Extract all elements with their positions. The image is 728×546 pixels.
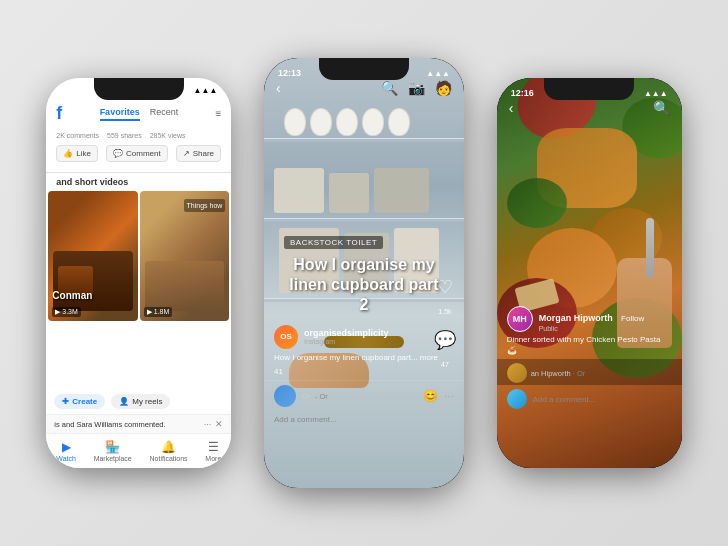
phone-tiktok: 12:13 ▲▲▲ ‹ 🔍 📷 🧑 (264, 58, 464, 488)
section-title: and short videos (46, 173, 231, 191)
fb-header: f Favorites Recent ≡ 2K comments 559 sha… (46, 99, 231, 173)
camera-icon-tt[interactable]: 📷 (408, 80, 425, 96)
add-comment-tt[interactable]: Add a comment... (264, 411, 464, 428)
status-icons-ig: ▲▲▲ (644, 89, 668, 98)
ig-avatar: MH (507, 306, 533, 332)
ig-user-row: MH Morgan Hipworth Follow Public (497, 306, 682, 335)
more-nav-icon: ☰ (208, 440, 219, 454)
time-tt: 12:13 (278, 68, 301, 78)
video-overlay-text: Things how (184, 199, 226, 212)
phone-instagram: 12:16 ▲▲▲ ‹ 🔍 MH Morgan Hipw (497, 78, 682, 468)
nav-marketplace[interactable]: 🏪 Marketplace (94, 440, 132, 462)
scene: ▲▲▲ f Favorites Recent ≡ 2K (0, 0, 728, 546)
fb-actions: 👍 Like 💬 Comment ↗ Share (56, 141, 221, 166)
fb-tab-recent[interactable]: Recent (150, 107, 179, 121)
tt-comment-actions: 😊 ··· (423, 389, 454, 403)
nav-bar-fb: ▶ Watch 🏪 Marketplace 🔔 Notifications ☰ … (46, 433, 231, 468)
tt-username[interactable]: organisedsimplicity (304, 328, 389, 338)
ig-caption: Dinner sorted with my Chicken Pesto Past… (497, 335, 682, 359)
more-icon[interactable]: ··· (204, 419, 212, 429)
fb-tabs[interactable]: Favorites Recent (100, 107, 179, 121)
filter-icon[interactable]: ≡ (215, 108, 221, 119)
tt-overlay: BACKSTOCK TOILET How I organise my linen… (264, 58, 464, 488)
ig-commenter-name: an Hipworth · Or (531, 369, 586, 378)
video-grid: Conman ▶ 3.3M Things how ▶ 1.8M (46, 191, 231, 389)
ig-follow-button[interactable]: Follow (621, 314, 644, 323)
marketplace-icon: 🏪 (105, 440, 120, 454)
nav-watch[interactable]: ▶ Watch (56, 440, 76, 462)
like-button[interactable]: 👍 Like (56, 145, 98, 162)
video-views-1: ▶ 3.3M (52, 307, 81, 317)
tt-title: How I organise my linen cupboard part 2 (264, 255, 464, 315)
add-comment-placeholder-tt[interactable]: Add a comment... (274, 415, 454, 424)
nav-more[interactable]: ☰ More (205, 440, 221, 462)
tiktok-screen: 12:13 ▲▲▲ ‹ 🔍 📷 🧑 (264, 58, 464, 488)
status-icons-fb: ▲▲▲ (194, 86, 218, 95)
like-icon: 👍 (63, 149, 73, 158)
ig-add-avatar (507, 389, 527, 409)
fb-logo: f (56, 103, 62, 124)
more-comment-icon[interactable]: ··· (444, 389, 454, 403)
ig-add-comment[interactable]: Add a comment... (497, 385, 682, 413)
emoji-icon-tt[interactable]: 🧑 (435, 80, 452, 96)
ig-comment-input[interactable]: Add a comment... (533, 395, 672, 404)
notification-row: is and Sara Williams commented. ··· ✕ (46, 414, 231, 433)
comment-icon: 💬 (113, 149, 123, 158)
tt-tag: BACKSTOCK TOILET (284, 236, 383, 249)
create-reels-row: ✚ Create 👤 My reels (46, 389, 231, 414)
share-icon: ↗ (183, 149, 190, 158)
ig-comment-row: an Hipworth · Or (497, 359, 682, 385)
video-views-2: ▶ 1.8M (144, 307, 173, 317)
ig-commenter-avatar (507, 363, 527, 383)
my-reels-button[interactable]: 👤 My reels (111, 394, 170, 409)
comment-button[interactable]: 💬 Comment (106, 145, 168, 162)
close-icon[interactable]: ✕ (215, 419, 223, 429)
video-thumb-1[interactable]: Conman ▶ 3.3M (48, 191, 138, 321)
ig-overlay: MH Morgan Hipworth Follow Public Dinner … (497, 78, 682, 468)
search-icon-ig[interactable]: 🔍 (653, 100, 670, 116)
conman-label: Conman (52, 290, 92, 301)
tt-commenter-avatar (274, 385, 296, 407)
create-button[interactable]: ✚ Create (54, 394, 105, 409)
phone-facebook: ▲▲▲ f Favorites Recent ≡ 2K (46, 78, 231, 468)
back-icon-tt[interactable]: ‹ (276, 80, 281, 96)
ig-username[interactable]: Morgan Hipworth (539, 313, 613, 323)
tt-user-row: OS organisedsimplicity Instagram (264, 325, 464, 353)
search-icon-tt[interactable]: 🔍 (381, 80, 398, 96)
tt-caption: How I organise my linen cupboard part...… (264, 353, 464, 367)
fb-stats: 2K comments 559 shares 285K views (56, 130, 221, 141)
status-bar-tt: 12:13 ▲▲▲ (264, 58, 464, 82)
emoji-reaction-icon[interactable]: 😊 (423, 389, 438, 403)
create-icon: ✚ (62, 397, 69, 406)
ig-visibility: Public (539, 325, 672, 332)
facebook-screen: ▲▲▲ f Favorites Recent ≡ 2K (46, 78, 231, 468)
tt-commenter-name: Or (302, 392, 311, 401)
tt-replies: 41 (264, 367, 464, 380)
status-bar-ig: 12:16 ▲▲▲ (497, 78, 682, 102)
back-icon-ig[interactable]: ‹ (509, 100, 514, 116)
fb-tab-favorites[interactable]: Favorites (100, 107, 140, 121)
tt-avatar: OS (274, 325, 298, 349)
video-thumb-2[interactable]: Things how ▶ 1.8M (140, 191, 230, 321)
notifications-icon: 🔔 (161, 440, 176, 454)
tt-source: Instagram (304, 338, 389, 345)
reels-icon: 👤 (119, 397, 129, 406)
share-button[interactable]: ↗ Share (176, 145, 221, 162)
tt-comment-row: Or - Or 😊 ··· (264, 380, 464, 411)
time-ig: 12:16 (511, 88, 534, 98)
status-icons-tt: ▲▲▲ (426, 69, 450, 78)
watch-icon: ▶ (62, 440, 71, 454)
notch-1 (94, 78, 184, 100)
notification-text: is and Sara Williams commented. (54, 420, 165, 429)
nav-notifications[interactable]: 🔔 Notifications (149, 440, 187, 462)
tt-dash: - Or (315, 392, 328, 401)
instagram-screen: 12:16 ▲▲▲ ‹ 🔍 MH Morgan Hipw (497, 78, 682, 468)
